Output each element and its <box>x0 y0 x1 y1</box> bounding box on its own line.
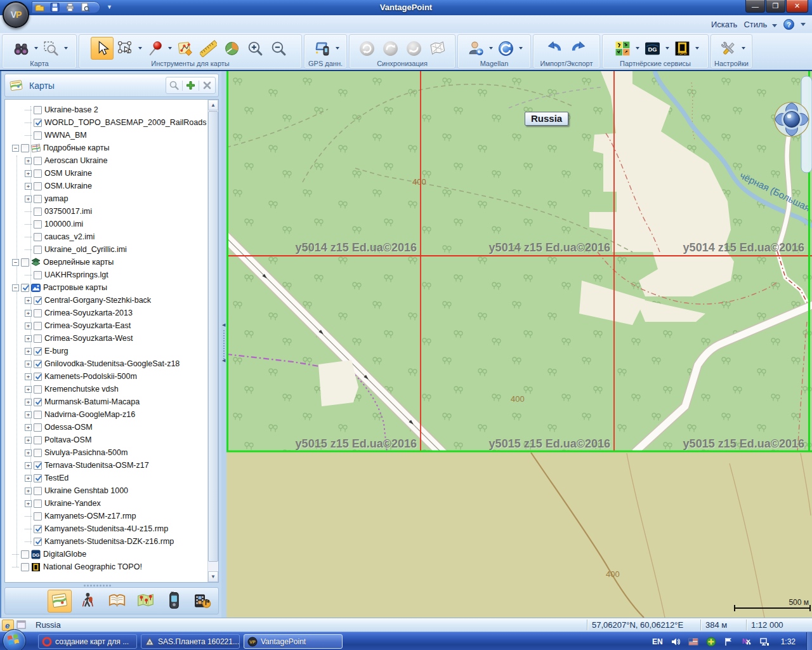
tree-checkbox[interactable] <box>34 525 42 533</box>
tree-item[interactable]: +Crimea-Soyuzkarta-2013 <box>5 307 207 319</box>
tree-expander[interactable]: + <box>25 196 32 202</box>
tree-checkbox[interactable] <box>21 550 29 559</box>
tree-item[interactable]: WORLD_TOPO_BASEMAP_2009_RailRoads <box>5 116 207 129</box>
settings-dropdown[interactable] <box>740 37 746 60</box>
networx-icon[interactable]: N <box>742 637 752 647</box>
tree-expander[interactable]: + <box>25 462 32 469</box>
tree-item[interactable]: Ukraine_old_Cyrillic.imi <box>5 243 207 256</box>
area-chart-button[interactable] <box>221 37 244 60</box>
maximize-button[interactable]: ❐ <box>766 0 785 13</box>
tree-expander[interactable]: − <box>12 284 19 291</box>
tree-item[interactable]: +OSM.Ukraine <box>5 180 207 192</box>
tree-checkbox[interactable] <box>34 512 42 521</box>
tree-item[interactable]: +Central-Gorgany-Stezhki-back <box>5 294 207 307</box>
start-button[interactable] <box>3 629 26 650</box>
tree-checkbox[interactable] <box>34 157 42 165</box>
tree-checkbox[interactable] <box>34 423 42 432</box>
tree-checkbox[interactable] <box>34 131 42 140</box>
tree-item[interactable]: +Odessa-OSM <box>5 421 207 434</box>
tree-checkbox[interactable] <box>34 347 42 355</box>
media-tab-button[interactable] <box>190 590 214 613</box>
select-tool-button[interactable] <box>91 37 114 60</box>
tree-expander[interactable]: + <box>25 335 32 342</box>
tree-item[interactable]: +Crimea-Soyuzkarta-West <box>5 332 207 345</box>
tree-checkbox[interactable] <box>34 461 42 470</box>
tree-item[interactable]: +Poltava-OSM <box>5 434 207 446</box>
tree-checkbox[interactable] <box>34 322 42 330</box>
clock[interactable]: 1:32 <box>781 637 796 646</box>
gps-data-dropdown[interactable] <box>334 37 340 60</box>
tree-checkbox[interactable] <box>34 220 42 229</box>
tree-checkbox[interactable] <box>34 373 42 381</box>
tree-checkbox[interactable] <box>34 182 42 190</box>
help-icon[interactable]: ? <box>783 19 794 30</box>
find-on-map-button[interactable] <box>10 37 33 60</box>
tree-item[interactable]: +Ukraine Genshtab 1000 <box>5 484 207 497</box>
taskbar-button-opera[interactable]: создание карт для ... <box>38 634 137 649</box>
tree-checkbox[interactable] <box>34 436 42 444</box>
tree-checkbox[interactable] <box>21 563 29 571</box>
tree-checkbox[interactable] <box>34 246 42 254</box>
tree-expander[interactable]: + <box>25 361 32 368</box>
taskbar-button-vp[interactable]: VPVantagePoint <box>244 634 343 649</box>
help-dropdown[interactable] <box>801 23 806 26</box>
tree-expander[interactable]: + <box>25 170 32 177</box>
zoom-region-button[interactable] <box>40 37 63 60</box>
tree-checkbox[interactable] <box>34 449 42 457</box>
digitalglobe-button[interactable]: DG <box>641 37 664 60</box>
tree-checkbox[interactable] <box>21 144 29 152</box>
tree-expander[interactable]: + <box>25 424 32 431</box>
tree-item[interactable]: +Crimea-Soyuzkarta-East <box>5 319 207 332</box>
network-icon[interactable] <box>759 637 769 647</box>
tree-expander[interactable]: + <box>25 475 32 482</box>
close-button[interactable]: ✕ <box>786 0 808 13</box>
scrollbar-thumb[interactable] <box>208 111 218 562</box>
tree-expander[interactable]: + <box>25 183 32 190</box>
tree-expander[interactable]: + <box>25 386 32 393</box>
tree-item[interactable]: −Растровые карты <box>5 281 207 294</box>
tree-item[interactable]: +Nadvirna-GoogleMap-z16 <box>5 408 207 421</box>
volume-icon[interactable] <box>671 637 681 647</box>
tree-item[interactable]: Ukraine-base 2 <box>5 103 207 116</box>
waypoints-tab-button[interactable] <box>133 590 157 613</box>
tree-item[interactable]: 100000.imi <box>5 218 207 230</box>
tree-checkbox[interactable] <box>34 208 42 216</box>
tree-checkbox[interactable] <box>34 119 42 127</box>
sync-both-button[interactable] <box>356 37 379 60</box>
partner-activities-button[interactable] <box>611 37 634 60</box>
tree-expander[interactable]: + <box>25 437 32 444</box>
natgeo-topo-button[interactable]: TOPO! <box>671 37 693 60</box>
tree-item[interactable]: DGDigitalGlobe <box>5 548 207 560</box>
tree-checkbox[interactable] <box>34 360 42 368</box>
tree-checkbox[interactable] <box>34 233 42 241</box>
tree-expander[interactable]: + <box>25 322 32 329</box>
tree-checkbox[interactable] <box>34 169 42 178</box>
flag-icon[interactable] <box>724 637 734 647</box>
tree-item[interactable]: +Ternava-Studenitsa-OSM-z17 <box>5 459 207 472</box>
tree-item[interactable]: −Оверлейные карты <box>5 256 207 269</box>
map-canvas[interactable]: 400 <box>226 71 812 618</box>
sync-up-button[interactable] <box>379 37 402 60</box>
magellan-account-button[interactable] <box>465 37 488 60</box>
tree-item[interactable]: −Подробные карты <box>5 142 207 154</box>
natgeo-topo-dropdown[interactable] <box>694 37 700 60</box>
app-logo-button[interactable]: VP <box>3 1 29 28</box>
compass-widget[interactable] <box>775 102 809 136</box>
tree-checkbox[interactable] <box>34 309 42 317</box>
tree-checkbox[interactable] <box>34 398 42 406</box>
tree-item[interactable]: +OSM Ukraine <box>5 167 207 180</box>
gps-tab-button[interactable] <box>162 590 186 613</box>
tree-expander[interactable]: − <box>12 259 19 266</box>
measure-button[interactable] <box>197 37 220 60</box>
tree-checkbox[interactable] <box>34 487 42 495</box>
tree-checkbox[interactable] <box>34 335 42 343</box>
send-map-button[interactable] <box>426 37 449 60</box>
maps-tab-button[interactable] <box>48 590 72 613</box>
settings-button[interactable] <box>717 37 740 60</box>
panel-add-icon[interactable] <box>185 80 196 91</box>
tree-checkbox[interactable] <box>34 474 42 482</box>
magellan-account-dropdown[interactable] <box>488 37 494 60</box>
tree-item[interactable]: Kamyanets-Studenitsa-DZK-z16.rmp <box>5 535 207 548</box>
sync-down-button[interactable] <box>403 37 426 60</box>
tree-checkbox[interactable] <box>34 271 42 279</box>
